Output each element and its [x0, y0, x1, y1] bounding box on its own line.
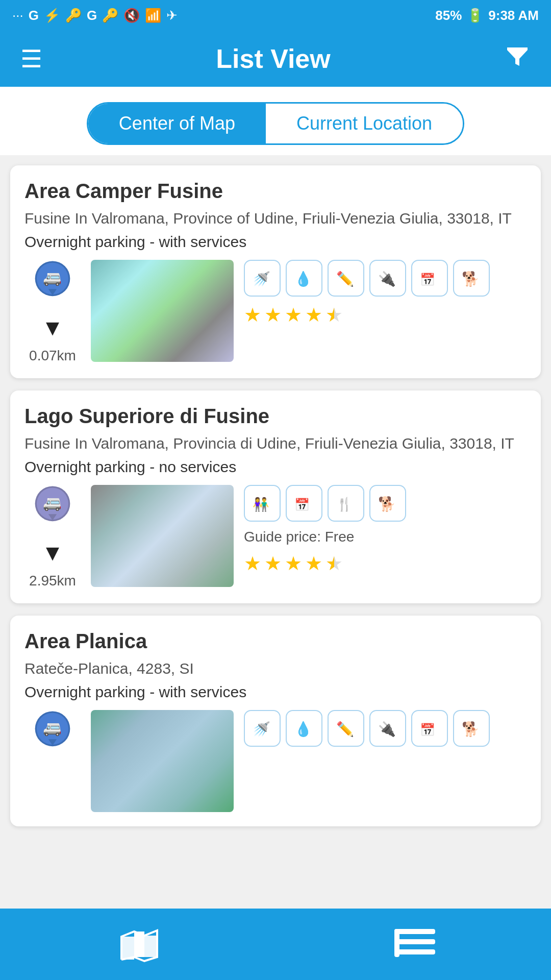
- star-rating: ★ ★ ★ ★ ★ ★: [244, 304, 527, 326]
- dog-icon: 🐕: [369, 485, 406, 522]
- listing-body: 🚐 ▼ 2.95km 👫 📅 🍴: [24, 485, 527, 589]
- calendar-icon: 📅: [411, 260, 448, 297]
- listing-card[interactable]: Area Planica Rateče-Planica, 4283, SI Ov…: [10, 616, 541, 826]
- list-view-button[interactable]: [394, 926, 435, 962]
- listing-right: 🚿 💧 ✏️ 🔌 📅 🐕: [244, 710, 527, 812]
- distance-label: 0.07km: [29, 348, 76, 364]
- battery-percent: 85%: [435, 8, 462, 23]
- star-2: ★: [264, 552, 282, 575]
- map-view-button[interactable]: [116, 921, 162, 967]
- listing-name: Lago Superiore di Fusine: [24, 405, 527, 428]
- listing-right: 👫 📅 🍴 🐕 Guide price: Free ★ ★: [244, 485, 527, 589]
- distance-label: 2.95km: [29, 573, 76, 589]
- filter-button[interactable]: [504, 42, 531, 75]
- svg-text:🚐: 🚐: [43, 719, 62, 737]
- svg-text:🐕: 🐕: [462, 721, 480, 738]
- star-4: ★: [305, 304, 322, 326]
- listing-type: Overnight parking - with services: [24, 233, 527, 251]
- page-title: List View: [216, 43, 330, 74]
- battery-icon: 🔋: [467, 8, 483, 23]
- menu-button[interactable]: ☰: [20, 44, 42, 73]
- svg-text:💧: 💧: [294, 271, 312, 287]
- listing-image: [91, 710, 234, 812]
- svg-rect-31: [394, 929, 435, 934]
- water-tap-icon: 🚿: [244, 710, 281, 747]
- listing-address: Fusine In Valromana, Province of Udine, …: [24, 208, 527, 229]
- star-1: ★: [244, 552, 261, 575]
- key-icon1: 🔑: [65, 8, 82, 23]
- svg-text:✏️: ✏️: [336, 271, 354, 287]
- mute-icon: 🔇: [123, 8, 140, 23]
- status-icons: ··· G ⚡ 🔑 G 🔑 🔇 📶 ✈: [12, 8, 178, 23]
- amenities-list: 🚿 💧 ✏️ 🔌 📅 🐕: [244, 260, 527, 297]
- listing-body: 🚐 ▼ 0.07km 🚿 💧 ✏️: [24, 260, 527, 364]
- star-5-half: ★ ★: [325, 552, 343, 575]
- electric-icon: 🔌: [369, 710, 406, 747]
- top-bar: ☰ List View: [0, 31, 551, 87]
- listing-right: 🚿 💧 ✏️ 🔌 📅 🐕: [244, 260, 527, 364]
- listing-left: 🚐 ▼ 2.95km: [24, 485, 81, 589]
- svg-text:🐕: 🐕: [378, 496, 396, 512]
- guide-price-label: Guide price: Free: [244, 529, 527, 545]
- dog-icon: 🐕: [453, 710, 490, 747]
- current-location-button[interactable]: Current Location: [266, 104, 463, 143]
- svg-text:📅: 📅: [294, 497, 310, 512]
- listing-type: Overnight parking - with services: [24, 683, 527, 701]
- svg-rect-28: [121, 937, 134, 960]
- listing-card[interactable]: Lago Superiore di Fusine Fusine In Valro…: [10, 390, 541, 603]
- fill-icon: ✏️: [328, 710, 364, 747]
- svg-text:🚿: 🚿: [253, 721, 270, 738]
- electric-icon: 🔌: [369, 260, 406, 297]
- svg-text:🚐: 🚐: [43, 494, 62, 512]
- listing-address: Rateče-Planica, 4283, SI: [24, 658, 527, 679]
- svg-text:🚿: 🚿: [253, 271, 270, 287]
- listing-image: [91, 260, 234, 362]
- amenities-list: 👫 📅 🍴 🐕: [244, 485, 527, 522]
- notification-icon: ···: [12, 8, 23, 23]
- view-toggle: Center of Map Current Location: [87, 102, 464, 145]
- star-rating: ★ ★ ★ ★ ★ ★: [244, 552, 527, 575]
- svg-rect-33: [394, 949, 435, 954]
- fill-icon: ✏️: [328, 260, 364, 297]
- svg-text:💧: 💧: [294, 721, 312, 738]
- listing-body: 🚐 🚿 💧 ✏️: [24, 710, 527, 812]
- amenities-list: 🚿 💧 ✏️ 🔌 📅 🐕: [244, 710, 527, 747]
- toggle-container: Center of Map Current Location: [0, 87, 551, 155]
- svg-text:🐕: 🐕: [462, 271, 480, 287]
- wifi-icon: 📶: [145, 8, 161, 23]
- people-icon: 👫: [244, 485, 281, 522]
- camper-pin-icon: 🚐: [30, 485, 76, 533]
- cutlery-icon: 🍴: [328, 485, 364, 522]
- dog-icon: 🐕: [453, 260, 490, 297]
- star-3: ★: [285, 304, 302, 326]
- star-1: ★: [244, 304, 261, 326]
- nav-arrow-icon[interactable]: ▼: [41, 315, 64, 340]
- airplane-icon: ✈: [166, 8, 178, 23]
- camper-pin-icon: 🚐: [30, 710, 76, 758]
- listing-card[interactable]: Area Camper Fusine Fusine In Valromana, …: [10, 165, 541, 378]
- nav-arrow-icon[interactable]: ▼: [41, 540, 64, 566]
- svg-rect-34: [394, 929, 399, 957]
- drainage-icon: 💧: [286, 260, 322, 297]
- svg-text:✏️: ✏️: [336, 721, 354, 738]
- listing-name: Area Camper Fusine: [24, 180, 527, 203]
- svg-text:🔌: 🔌: [378, 271, 396, 287]
- listing-name: Area Planica: [24, 630, 527, 653]
- center-of-map-button[interactable]: Center of Map: [88, 104, 266, 143]
- listing-address: Fusine In Valromana, Provincia di Udine,…: [24, 433, 527, 454]
- svg-text:📅: 📅: [420, 272, 435, 287]
- listing-type: Overnight parking - no services: [24, 458, 527, 476]
- svg-rect-30: [144, 936, 157, 957]
- star-3: ★: [285, 552, 302, 575]
- calendar-icon: 📅: [286, 485, 322, 522]
- listing-image: [91, 485, 234, 587]
- time: 9:38 AM: [488, 8, 539, 23]
- water-tap-icon: 🚿: [244, 260, 281, 297]
- listings-content: Area Camper Fusine Fusine In Valromana, …: [0, 155, 551, 920]
- google-icon2: G: [87, 8, 97, 23]
- key-icon2: 🔑: [102, 8, 118, 23]
- svg-text:🔌: 🔌: [378, 721, 396, 738]
- svg-text:🚐: 🚐: [43, 268, 62, 287]
- status-bar: ··· G ⚡ 🔑 G 🔑 🔇 📶 ✈ 85% 🔋 9:38 AM: [0, 0, 551, 31]
- listing-left: 🚐: [24, 710, 81, 812]
